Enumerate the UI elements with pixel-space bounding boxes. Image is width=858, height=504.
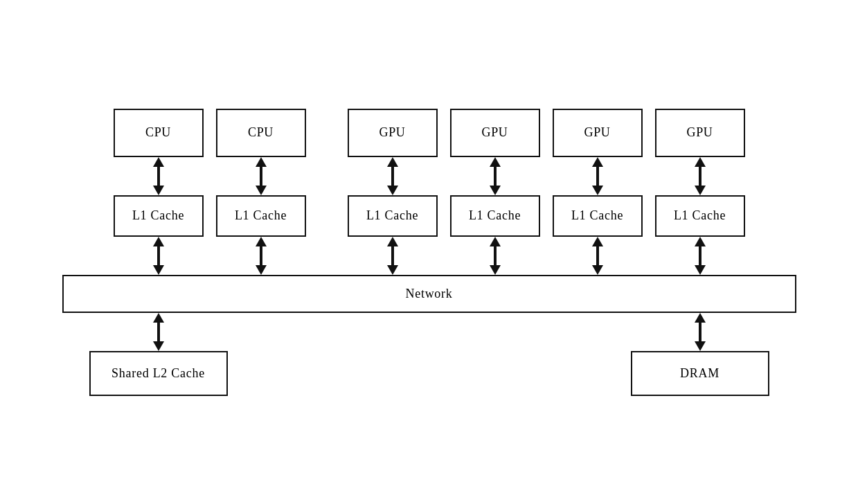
gpu2-column: GPU [450, 109, 540, 157]
l1-cache6-label: L1 Cache [674, 208, 726, 223]
l1-cache5-label: L1 Cache [571, 208, 623, 223]
arrow-l1c3-net [387, 237, 398, 275]
l1-cache5-box: L1 Cache [553, 195, 643, 237]
arrow-l1c6-net [695, 237, 706, 275]
arrow-l1c2-net [256, 237, 267, 275]
cpu1-box: CPU [114, 109, 204, 157]
gpu3-box: GPU [553, 109, 643, 157]
l1-cache3-label: L1 Cache [366, 208, 418, 223]
cpu1-column: CPU [114, 109, 204, 157]
arrow-net-l2 [153, 313, 164, 351]
arrow-cpu1-l1c1 [153, 157, 164, 195]
gpu2-box: GPU [450, 109, 540, 157]
shared-l2-section: Shared L2 Cache [62, 313, 255, 396]
arrow-cpu2-l1c2 [256, 157, 267, 195]
dram-section: DRAM [604, 313, 796, 396]
gpu4-column: GPU [655, 109, 745, 157]
gpu3-column: GPU [553, 109, 643, 157]
l1-cache4-label: L1 Cache [469, 208, 521, 223]
cpu2-label: CPU [248, 125, 274, 140]
dram-box: DRAM [631, 351, 769, 396]
cpu2-column: CPU [216, 109, 306, 157]
arrow-gpu3-l1c5 [592, 157, 603, 195]
gpu4-box: GPU [655, 109, 745, 157]
gpu4-label: GPU [686, 125, 713, 140]
l1-cache4-box: L1 Cache [450, 195, 540, 237]
l1-cache3-box: L1 Cache [348, 195, 438, 237]
cpu2-box: CPU [216, 109, 306, 157]
l1-cache2-box: L1 Cache [216, 195, 306, 237]
network-box: Network [62, 275, 796, 313]
arrow-net-dram [695, 313, 706, 351]
arrow-gpu1-l1c3 [387, 157, 398, 195]
arrow-l1c5-net [592, 237, 603, 275]
l1-cache2-label: L1 Cache [235, 208, 287, 223]
shared-l2-label: Shared L2 Cache [111, 366, 205, 381]
dram-label: DRAM [680, 366, 720, 381]
arrow-gpu2-l1c4 [490, 157, 501, 195]
l1-cache6-box: L1 Cache [655, 195, 745, 237]
arrow-l1c1-net [153, 237, 164, 275]
gpu2-label: GPU [481, 125, 508, 140]
l1-cache1-box: L1 Cache [114, 195, 204, 237]
gpu1-column: GPU [348, 109, 438, 157]
arrow-l1c4-net [490, 237, 501, 275]
gpu3-label: GPU [584, 125, 610, 140]
gpu1-box: GPU [348, 109, 438, 157]
shared-l2-box: Shared L2 Cache [89, 351, 228, 396]
arrow-gpu4-l1c6 [695, 157, 706, 195]
gpu1-label: GPU [379, 125, 405, 140]
network-label: Network [405, 287, 452, 301]
cpu1-label: CPU [145, 125, 171, 140]
l1-cache1-label: L1 Cache [132, 208, 184, 223]
architecture-diagram: CPU CPU GPU GPU GPU [48, 109, 810, 396]
